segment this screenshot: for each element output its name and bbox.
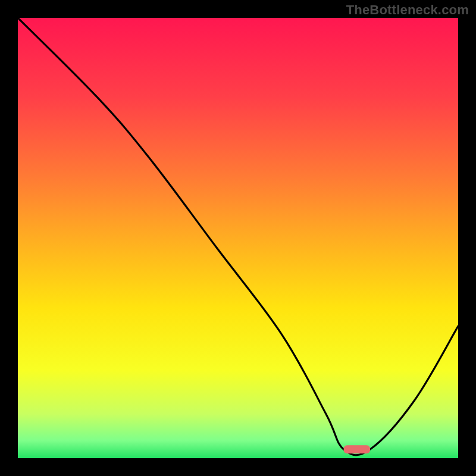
target-range-marker — [344, 445, 370, 453]
watermark-text: TheBottleneck.com — [346, 2, 469, 18]
chart-frame: TheBottleneck.com — [0, 0, 476, 476]
plot-area — [18, 18, 458, 458]
chart-svg — [18, 18, 458, 458]
